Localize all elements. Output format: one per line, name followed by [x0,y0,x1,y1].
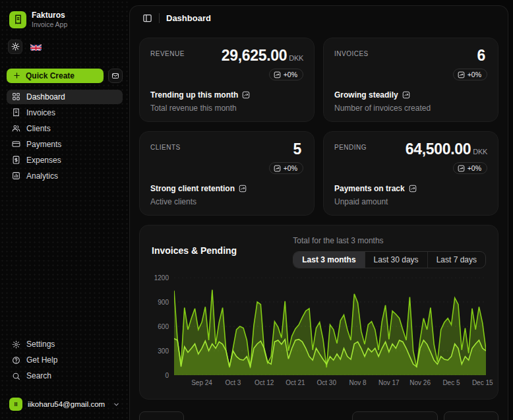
main-panel: Dashboard REVENUE 29,625.00DKK +0% [129,5,508,420]
chart-y-axis: 03006009001200 [152,278,174,375]
chart-x-axis: Sep 24Oct 3Oct 12Oct 21Oct 30Nov 8Nov 17… [174,378,486,390]
users-icon [12,124,20,133]
chart-svg [174,278,486,375]
app-subtitle: Invoice App [32,20,67,29]
stat-value: 64,500.00DKK [406,141,487,158]
sidebar-item-payments[interactable]: Payments [7,137,123,152]
stat-value: 6 [477,47,488,64]
trend-badge: +0% [453,69,487,80]
chart-range-tabs: Last 3 months Last 30 days Last 7 days [293,251,486,268]
invoice-icon [12,108,20,117]
x-tick-label: Dec 5 [442,379,460,386]
stat-footer-title: Trending up this month [150,90,303,100]
plus-icon [13,72,20,79]
trending-up-icon [409,185,417,193]
trending-up-icon [242,91,250,99]
x-tick-label: Oct 30 [317,379,336,386]
stat-footer-sub: Unpaid amount [334,197,487,206]
sun-icon [11,42,20,51]
stat-footer-sub: Active clients [150,197,303,206]
app-brand[interactable]: Fakturos Invoice App [7,8,123,38]
user-menu[interactable]: II iikoharu54@gmail.com [7,394,123,412]
stat-label: PENDING [334,141,367,151]
cutoff-button-right-1[interactable] [352,411,438,420]
trending-up-icon [458,165,465,172]
trending-up-icon [239,185,247,193]
sidebar-item-search[interactable]: Search [7,369,123,383]
trending-up-icon [274,71,281,78]
chevron-down-icon [113,401,120,408]
sidebar-toggle-button[interactable] [139,10,155,26]
quick-create-button[interactable]: Quick Create [7,69,104,83]
trend-badge: +0% [453,162,487,174]
stat-value: 29,625.00DKK [222,47,303,64]
y-tick-label: 900 [158,299,169,306]
stat-card-invoices: INVOICES 6 +0% Growing steadily [323,38,498,122]
sidebar-item-clients[interactable]: Clients [7,121,123,136]
sidebar-item-expenses[interactable]: Expenses [7,153,123,167]
main-area: Dashboard REVENUE 29,625.00DKK +0% [129,0,513,420]
x-tick-label: Sep 24 [191,379,212,386]
currency-unit: DKK [473,148,487,156]
gear-icon [12,340,20,349]
page-header: Dashboard [130,6,508,30]
x-tick-label: Nov 26 [409,379,431,386]
avatar: II [9,398,22,411]
stat-card-clients: CLIENTS 5 +0% Strong client retention [139,131,315,216]
sidebar-item-settings[interactable]: Settings [7,337,123,351]
below-fold-toolbar [139,411,498,420]
credit-card-icon [12,140,20,148]
sidebar-nav: Dashboard Invoices Clients Payments Expe… [7,90,123,183]
uk-flag-icon[interactable] [30,43,42,51]
tab-last-7-days[interactable]: Last 7 days [427,252,485,268]
header-divider [159,13,160,23]
stat-footer-title: Strong client retention [150,184,303,193]
page-title: Dashboard [166,13,211,23]
cutoff-button-right-2[interactable] [444,411,498,420]
theme-toggle-button[interactable] [8,40,22,54]
x-tick-label: Oct 21 [286,379,305,386]
chart-title: Invoices & Pending [152,236,237,256]
stat-label: INVOICES [334,47,369,57]
stat-footer-sub: Number of invoices created [334,104,487,113]
tab-last-30-days[interactable]: Last 30 days [365,252,427,268]
search-icon [12,372,20,380]
stat-footer-title: Growing steadily [334,90,487,100]
sidebar-item-dashboard[interactable]: Dashboard [7,90,123,104]
envelope-icon [111,72,119,80]
x-tick-label: Dec 15 [472,379,493,386]
chart-card: Invoices & Pending Total for the last 3 … [139,225,498,400]
sidebar-item-get-help[interactable]: Get Help [7,353,123,367]
currency-unit: DKK [289,54,303,62]
bar-chart-icon [12,171,20,180]
x-tick-label: Oct 3 [225,379,241,386]
area-chart[interactable] [174,278,486,375]
app-logo-icon [9,11,26,28]
cutoff-button-left[interactable] [139,411,184,420]
trend-badge: +0% [269,69,303,80]
trending-up-icon [402,91,410,99]
app-name: Fakturos [32,11,67,20]
sidebar: Fakturos Invoice App Quick Create [0,0,129,420]
dashboard-grid-icon [12,92,20,101]
help-circle-icon [12,356,20,365]
x-tick-label: Nov 8 [349,379,366,386]
stat-card-revenue: REVENUE 29,625.00DKK +0% Trending up thi… [139,38,315,122]
stat-card-pending: PENDING 64,500.00DKK +0% Payments on tra… [323,131,498,216]
sidebar-item-invoices[interactable]: Invoices [7,105,123,120]
x-tick-label: Nov 17 [378,379,400,386]
stat-footer-sub: Total revenue this month [150,104,303,113]
y-tick-label: 300 [158,347,169,355]
quick-create-label: Quick Create [26,71,75,80]
tab-last-3-months[interactable]: Last 3 months [293,252,364,268]
y-tick-label: 1200 [154,274,169,282]
y-tick-label: 600 [158,323,169,330]
user-email: iikoharu54@gmail.com [28,400,107,408]
y-tick-label: 0 [165,372,169,379]
sidebar-item-analytics[interactable]: Analytics [7,169,123,183]
mail-button[interactable] [108,69,123,83]
trend-badge: +0% [269,162,303,174]
stat-value: 5 [293,141,304,158]
stat-label: REVENUE [150,47,185,57]
stat-footer-title: Payments on track [334,184,487,193]
